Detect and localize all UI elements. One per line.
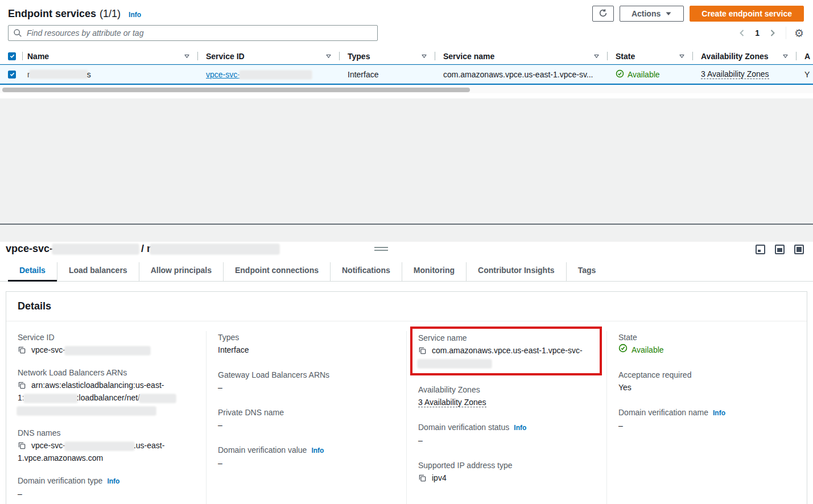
service-name-highlight-box: Service name com.amazonaws.vpce.us-east-… xyxy=(410,327,602,375)
drag-handle-icon[interactable] xyxy=(374,247,388,253)
field-service-id: Service ID vpce-svc- xyxy=(18,331,195,356)
resource-count: (1/1) xyxy=(100,8,121,20)
redacted-text xyxy=(24,395,77,402)
redacted-text xyxy=(65,443,134,450)
availability-zones-link[interactable]: 3 Availability Zones xyxy=(418,398,486,407)
row-overflow-cell: Y xyxy=(797,65,813,84)
split-panel-title: vpce-svc- / r xyxy=(6,242,813,255)
page-title: Endpoint services xyxy=(8,8,96,20)
endpoint-services-panel: Endpoint services (1/1) Info Actions Cre… xyxy=(0,0,813,98)
table-toolbar: 1 ⚙ xyxy=(0,24,813,41)
row-availability-zones-cell: 3 Availability Zones xyxy=(693,65,797,84)
info-link[interactable]: Info xyxy=(713,407,725,419)
sort-triangle-icon[interactable] xyxy=(421,52,427,61)
tab-allow-principals[interactable]: Allow principals xyxy=(139,262,223,281)
panel-size-controls xyxy=(756,245,804,254)
panel-bottom-small-icon[interactable] xyxy=(756,245,765,254)
sort-triangle-icon[interactable] xyxy=(782,52,789,61)
copy-icon[interactable] xyxy=(418,346,427,355)
info-link[interactable]: Info xyxy=(107,475,119,488)
field-availability-zones: Availability Zones 3 Availability Zones xyxy=(418,383,595,408)
tab-notifications[interactable]: Notifications xyxy=(330,262,402,281)
copy-icon[interactable] xyxy=(18,381,26,390)
create-button-label: Create endpoint service xyxy=(701,9,792,18)
tab-monitoring[interactable]: Monitoring xyxy=(402,262,466,281)
panel-bottom-half-icon[interactable] xyxy=(775,245,785,254)
tab-tags[interactable]: Tags xyxy=(566,262,608,281)
redacted-text xyxy=(53,245,138,254)
field-acceptance-required: Acceptance required Yes xyxy=(618,369,795,394)
tab-endpoint-connections[interactable]: Endpoint connections xyxy=(223,262,330,281)
page-header: Endpoint services (1/1) Info Actions Cre… xyxy=(0,0,813,24)
field-domain-verification-value: Domain verification value Info – xyxy=(218,444,395,469)
row-service-name-cell: com.amazonaws.vpce.us-east-1.vpce-sv... xyxy=(435,65,608,84)
check-circle-icon xyxy=(618,344,628,356)
tab-load-balancers[interactable]: Load balancers xyxy=(57,262,139,281)
field-types: Types Interface xyxy=(218,331,395,356)
create-endpoint-service-button[interactable]: Create endpoint service xyxy=(690,6,804,22)
caret-down-icon xyxy=(665,9,672,18)
column-header-availability-zones[interactable]: Availability Zones xyxy=(693,48,797,64)
panel-bottom-full-icon[interactable] xyxy=(794,245,804,254)
horizontal-scrollbar xyxy=(0,86,813,93)
column-header-service-name[interactable]: Service name xyxy=(435,48,608,64)
field-domain-verification-status: Domain verification status Info – xyxy=(418,421,595,447)
sort-triangle-icon[interactable] xyxy=(679,52,685,61)
check-circle-icon xyxy=(616,69,624,80)
details-heading: Details xyxy=(18,300,795,312)
refresh-icon xyxy=(599,9,608,19)
copy-icon[interactable] xyxy=(418,474,427,482)
details-card-header: Details xyxy=(6,292,807,321)
empty-background xyxy=(0,98,813,224)
row-select-cell xyxy=(0,65,23,84)
service-id-link[interactable]: vpce-svc- xyxy=(206,70,311,79)
select-all-checkbox[interactable] xyxy=(8,52,16,60)
preferences-gear-icon[interactable]: ⚙ xyxy=(794,28,804,39)
endpoint-services-table: Name Service ID Types Service name State… xyxy=(0,48,813,93)
copy-icon[interactable] xyxy=(18,346,26,354)
previous-page-button[interactable] xyxy=(737,27,747,39)
field-domain-verification-type: Domain verification type Info – xyxy=(18,474,195,500)
row-checkbox[interactable] xyxy=(8,71,16,79)
select-all-cell xyxy=(0,48,23,64)
pager-divider xyxy=(786,27,786,39)
split-panel-divider[interactable] xyxy=(0,224,813,225)
search-input[interactable] xyxy=(8,25,378,41)
details-column-4: State Available Acceptance required Yes … xyxy=(606,331,807,504)
table-row[interactable]: rs vpce-svc- Interface com.amazonaws.vpc… xyxy=(0,64,813,85)
header-info-link[interactable]: Info xyxy=(129,11,141,19)
field-private-dns-name: Private DNS name – xyxy=(218,406,395,431)
redacted-text xyxy=(30,71,87,78)
sort-triangle-icon[interactable] xyxy=(325,52,332,61)
sort-triangle-icon[interactable] xyxy=(184,52,190,61)
current-page[interactable]: 1 xyxy=(755,28,760,38)
refresh-button[interactable] xyxy=(592,6,614,22)
tab-details[interactable]: Details xyxy=(8,262,57,281)
row-name-cell: rs xyxy=(23,65,198,84)
field-service-name: Service name com.amazonaws.vpce.us-east-… xyxy=(418,332,595,369)
search-icon xyxy=(13,28,22,39)
info-link[interactable]: Info xyxy=(514,422,526,434)
actions-button[interactable]: Actions xyxy=(620,6,684,22)
availability-zones-link[interactable]: 3 Availability Zones xyxy=(701,69,769,79)
details-card: Details Service ID vpce-svc- Network Loa… xyxy=(6,291,807,504)
field-dns-names: DNS names vpce-svc-.us-east- 1.vpce.amaz… xyxy=(18,427,195,464)
panel-tabs: Details Load balancers Allow principals … xyxy=(0,262,813,282)
tab-contributor-insights[interactable]: Contributor Insights xyxy=(466,262,566,281)
field-state: State Available xyxy=(618,331,795,356)
split-panel: vpce-svc- / r Details Load balancers All… xyxy=(0,242,813,504)
column-header-service-id[interactable]: Service ID xyxy=(198,48,340,64)
row-types-cell: Interface xyxy=(340,65,435,84)
row-service-id-cell: vpce-svc- xyxy=(198,65,340,84)
state-badge: Available xyxy=(628,70,660,79)
scrollbar-thumb[interactable] xyxy=(2,88,470,92)
copy-icon[interactable] xyxy=(18,441,26,450)
column-header-name[interactable]: Name xyxy=(23,48,198,64)
field-supported-ip-type: Supported IP address type ipv4 xyxy=(418,459,595,484)
redacted-text xyxy=(151,245,279,254)
column-header-state[interactable]: State xyxy=(608,48,693,64)
next-page-button[interactable] xyxy=(767,27,778,39)
info-link[interactable]: Info xyxy=(311,444,324,457)
sort-triangle-icon[interactable] xyxy=(593,52,600,61)
column-header-types[interactable]: Types xyxy=(340,48,435,64)
